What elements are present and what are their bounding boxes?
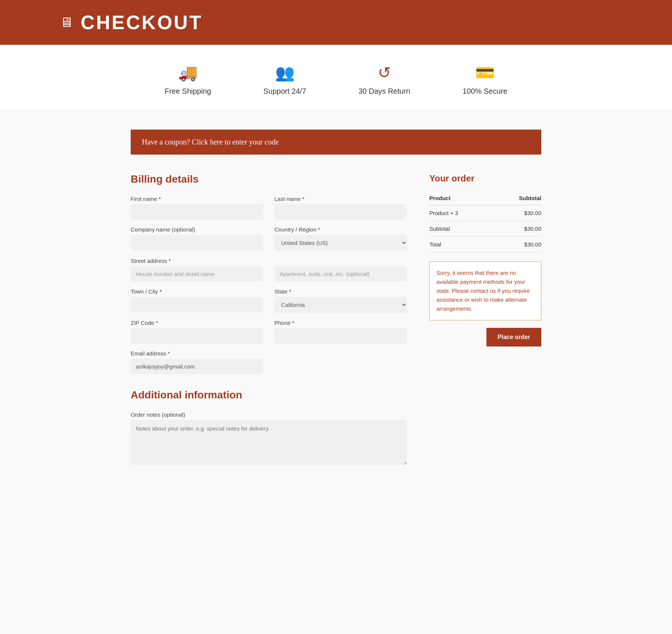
payment-error-text: Sorry, it seems that there are no availa…: [436, 268, 534, 313]
last-name-input[interactable]: [274, 204, 407, 220]
phone-input[interactable]: [274, 328, 407, 344]
country-select[interactable]: United States (US): [274, 235, 407, 251]
table-row: Subtotal $30.00: [429, 221, 541, 237]
first-name-label: First name *: [131, 196, 263, 202]
order-table: Product Subtotal Product × 3 $30.00 Subt…: [429, 191, 541, 252]
subtotal-cell: $30.00: [492, 205, 541, 221]
zip-label: ZIP Code *: [131, 320, 263, 326]
subtotal-cell: $30.00: [492, 221, 541, 237]
company-input[interactable]: [131, 235, 263, 250]
feature-return: ↺ 30 Days Return: [358, 63, 410, 96]
street-row: Street address *: [131, 258, 407, 282]
subtotal-cell: $30.00: [492, 237, 541, 252]
company-row: Company name (optional) Country / Region…: [131, 226, 407, 251]
additional-title: Additional information: [131, 389, 407, 401]
features-strip: 🚚 Free Shipping 👥 Support 24/7 ↺ 30 Days…: [0, 45, 672, 111]
billing-section: Billing details First name * Last name *…: [131, 173, 407, 465]
email-input[interactable]: [131, 359, 263, 374]
street-label: Street address *: [131, 258, 263, 264]
company-group: Company name (optional): [131, 226, 263, 251]
coupon-text: Have a coupon? Click here to enter your …: [142, 138, 279, 146]
email-group: Email address *: [131, 350, 263, 374]
return-icon: ↺: [378, 63, 391, 82]
place-order-row: Place order: [429, 320, 541, 346]
email-spacer: [274, 350, 407, 374]
first-name-group: First name *: [131, 196, 263, 220]
place-order-button[interactable]: Place order: [486, 328, 541, 346]
zip-group: ZIP Code *: [131, 320, 263, 344]
last-name-group: Last name *: [274, 196, 407, 220]
company-label: Company name (optional): [131, 226, 263, 233]
feature-free-shipping: 🚚 Free Shipping: [165, 63, 211, 96]
notes-group: Order notes (optional): [131, 411, 407, 465]
feature-shipping-label: Free Shipping: [165, 87, 211, 96]
payment-error-box: Sorry, it seems that there are no availa…: [429, 261, 541, 320]
product-col-header: Product: [429, 191, 492, 205]
apartment-group: [274, 258, 407, 282]
page-header: 🖥 CHECKOUT: [0, 0, 672, 45]
notes-label: Order notes (optional): [131, 411, 407, 418]
subtotal-col-header: Subtotal: [492, 191, 541, 205]
feature-support: 👥 Support 24/7: [263, 63, 306, 96]
notes-textarea[interactable]: [131, 420, 407, 465]
first-name-input[interactable]: [131, 204, 263, 220]
billing-title: Billing details: [131, 173, 407, 185]
table-row: Product × 3 $30.00: [429, 205, 541, 221]
feature-return-label: 30 Days Return: [358, 87, 410, 96]
last-name-label: Last name *: [274, 196, 407, 202]
feature-secure: 💳 100% Secure: [463, 63, 507, 96]
order-header-row: Product Subtotal: [429, 191, 541, 205]
phone-label: Phone *: [274, 320, 407, 326]
table-row: Total $30.00: [429, 237, 541, 252]
support-icon: 👥: [275, 63, 295, 82]
state-group: State * California: [274, 288, 407, 313]
email-label: Email address *: [131, 350, 263, 357]
feature-support-label: Support 24/7: [263, 87, 306, 96]
email-row: Email address *: [131, 350, 407, 374]
apartment-label: [274, 258, 407, 264]
state-label: State *: [274, 288, 407, 295]
zip-input[interactable]: [131, 328, 263, 344]
secure-icon: 💳: [475, 63, 495, 82]
city-label: Town / City *: [131, 288, 263, 295]
additional-section: Additional information Order notes (opti…: [131, 389, 407, 465]
city-state-row: Town / City * State * California: [131, 288, 407, 313]
feature-secure-label: 100% Secure: [463, 87, 507, 96]
zip-phone-row: ZIP Code * Phone *: [131, 320, 407, 344]
city-group: Town / City *: [131, 288, 263, 313]
street-input[interactable]: [131, 266, 263, 282]
name-row: First name * Last name *: [131, 196, 407, 220]
country-group: Country / Region * United States (US): [274, 226, 407, 251]
country-label: Country / Region *: [274, 226, 407, 233]
state-select[interactable]: California: [274, 297, 407, 313]
city-input[interactable]: [131, 297, 263, 312]
product-cell: Product × 3: [429, 205, 492, 221]
product-cell: Subtotal: [429, 221, 492, 237]
order-title: Your order: [429, 173, 541, 184]
order-section: Your order Product Subtotal Product × 3 …: [429, 173, 541, 465]
apartment-input[interactable]: [274, 266, 407, 282]
truck-icon: 🚚: [178, 63, 197, 82]
phone-group: Phone *: [274, 320, 407, 344]
main-content: Billing details First name * Last name *…: [131, 173, 541, 487]
checkout-icon: 🖥: [60, 15, 73, 30]
street-group: Street address *: [131, 258, 263, 282]
product-cell: Total: [429, 237, 492, 252]
coupon-banner[interactable]: Have a coupon? Click here to enter your …: [131, 130, 541, 155]
page-title: CHECKOUT: [81, 11, 203, 34]
